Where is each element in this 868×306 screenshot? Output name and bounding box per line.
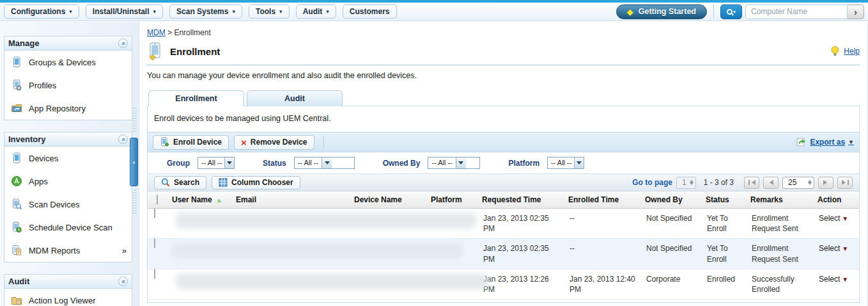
select-all-checkbox[interactable] [157,195,158,205]
sidebar-item-label: Scan Devices [29,200,79,209]
sidebar-item-action-log-viewer[interactable]: Action Log Viewer [4,289,132,306]
owned-by-filter-select[interactable]: -- All -- [428,157,480,169]
platform-filter-select[interactable]: -- All -- [547,157,584,169]
collapse-section-button[interactable]: « [118,38,128,48]
device-icon [11,56,22,68]
export-as-dropdown[interactable]: Export as ▼ [796,138,854,147]
col-enrolled-time[interactable]: Enrolled Time [566,195,642,204]
caret-down-icon: ▾ [232,8,235,15]
collapse-section-button[interactable]: « [118,277,128,286]
col-owned-by[interactable]: Owned By [642,195,703,204]
search-go-button[interactable]: › [848,4,864,19]
requested-time-cell: Jan 23, 2013 02:35 PM [479,209,566,238]
table-row: Jan 23, 2013 02:35 PM -- Not Specified Y… [148,209,859,239]
menu-audit[interactable]: Audit ▾ [296,4,336,19]
caret-down-icon: ▾ [326,8,329,15]
sidebar-item-label: Devices [29,154,58,163]
sidebar-item-app-repository[interactable]: App Repository [4,97,132,120]
search-scope-button[interactable]: ▾ [720,4,742,19]
menu-scan-systems[interactable]: Scan Systems ▾ [169,4,242,19]
status-cell: Yet To Enroll [703,239,748,268]
menu-customers[interactable]: Customers [343,4,397,19]
row-action-select[interactable]: Select▼ [815,270,862,289]
prev-page-button[interactable] [763,177,779,189]
enrolled-time-cell: -- [566,239,642,258]
sidebar-item-devices[interactable]: Devices [4,147,132,170]
sidebar-item-mdm-reports[interactable]: MDM Reports » [4,239,132,262]
submenu-arrow-icon: » [122,246,127,255]
col-status[interactable]: Status [703,195,748,204]
row-action-select[interactable]: Select▼ [815,239,862,258]
filter-label-group: Group [167,159,190,168]
menubar-divider [713,4,714,19]
reports-icon [11,245,22,256]
page-size-value: 25 [788,178,796,187]
last-page-button[interactable] [837,177,853,189]
col-user-name[interactable]: User Name▲ [169,195,233,204]
breadcrumb-separator: > [167,28,172,37]
apps-icon [11,175,22,187]
rail-texture [132,189,137,215]
filter-label-owned-by: Owned By [383,159,421,168]
status-filter-select[interactable]: -- All -- [294,157,355,169]
double-chevron-up-icon: « [120,138,127,141]
column-chooser-button[interactable]: Column Chooser [212,176,300,189]
redacted-user-info [172,243,463,259]
caret-down-icon [574,157,584,168]
section-header-audit: Audit « [4,275,132,289]
first-page-button[interactable] [744,177,759,189]
col-platform[interactable]: Platform [428,195,479,204]
sidebar-item-profiles[interactable]: Profiles [4,74,132,97]
sidebar-item-label: App Repository [29,104,86,113]
pagination: Go to page 1 1 - 3 of 3 25 [632,177,853,189]
button-label: Search [174,178,199,187]
sidebar-item-scan-devices[interactable]: Scan Devices [4,193,132,216]
sidebar-collapse-handle[interactable]: ‹ [130,138,138,186]
group-filter-select[interactable]: -- All -- [198,157,235,169]
tab-audit[interactable]: Audit [247,90,343,106]
menu-install-uninstall[interactable]: Install/Uninstall ▾ [86,4,163,19]
sidebar-item-groups-devices[interactable]: Groups & Devices [4,51,132,74]
caret-down-icon: ▼ [842,276,848,283]
help-link[interactable]: Help [844,47,860,56]
tab-enrollment[interactable]: Enrollment [148,90,244,106]
caret-down-icon: ▾ [153,8,157,15]
sidebar-item-apps[interactable]: Apps [4,170,132,193]
rail-texture [132,108,137,133]
computer-name-input[interactable] [745,4,848,19]
page-size-spinner[interactable]: 25 [782,177,814,189]
menu-label: Customers [350,7,390,16]
col-device-name[interactable]: Device Name [352,195,428,204]
toolbar-divider [323,136,324,149]
row-checkbox[interactable] [154,238,155,248]
col-requested-time[interactable]: Requested Time [479,195,566,204]
breadcrumb: MDM > Enrollment [147,28,860,37]
menu-configurations[interactable]: Configurations ▾ [4,4,79,19]
collapse-section-button[interactable]: « [118,134,128,144]
menu-tools[interactable]: Tools ▾ [249,4,290,19]
remove-x-icon: × [241,138,247,147]
menu-label: Install/Uninstall [93,7,150,16]
next-page-button[interactable] [818,177,833,189]
enrollment-device-icon [147,42,164,60]
row-checkbox[interactable] [154,269,155,279]
device-icon [11,152,22,164]
search-button[interactable]: Search [154,176,206,189]
getting-started-label: Getting Started [639,7,696,16]
remove-device-button[interactable]: × Remove Device [234,135,314,150]
col-remarks[interactable]: Remarks [748,195,815,204]
export-label: Export as [810,138,845,147]
page-number-spinner[interactable]: 1 [676,177,696,189]
section-title: Manage [8,38,39,48]
page-number-value: 1 [682,178,686,187]
breadcrumb-mdm-link[interactable]: MDM [147,28,166,37]
caret-down-icon: ▾ [279,8,283,15]
row-checkbox[interactable] [154,208,155,218]
sidebar-item-schedule-device-scan[interactable]: Schedule Device Scan [4,216,132,239]
enroll-device-button[interactable]: Enroll Device [153,135,229,150]
getting-started-button[interactable]: ◆ Getting Started [616,4,707,19]
col-email[interactable]: Email [233,195,352,204]
scan-device-icon [11,198,22,210]
filter-label-status: Status [263,159,286,168]
row-action-select[interactable]: Select▼ [815,209,862,228]
